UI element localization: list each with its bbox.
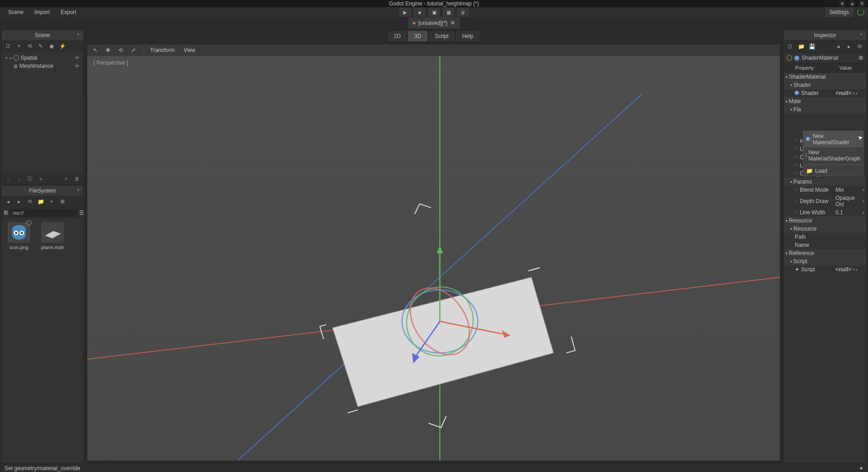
tree-root-row[interactable]: ▾ ● Spatial 👁: [4, 54, 81, 62]
instance-icon[interactable]: ⟲: [25, 42, 35, 51]
menubar: Scene Import Export ▶ ■ ▣ ▦ ψ Settings: [0, 7, 868, 17]
tab-3d[interactable]: 3D: [407, 30, 428, 42]
tree-child-row[interactable]: ⊞ MeshInstance 👁: [4, 62, 81, 70]
fs-forward-icon[interactable]: ▸: [14, 197, 24, 206]
warning-badge-icon: [26, 220, 32, 226]
node-label: Spatial: [21, 55, 38, 61]
prop-path[interactable]: Path: [784, 233, 866, 241]
reparent-icon[interactable]: ↳: [36, 175, 46, 183]
visibility-icon[interactable]: 👁: [75, 55, 80, 61]
section-flags[interactable]: ▾Fla: [784, 105, 866, 113]
replace-icon[interactable]: ✎: [36, 42, 46, 51]
transform-menu[interactable]: Transform: [146, 47, 178, 53]
visibility-icon[interactable]: 👁: [75, 63, 80, 69]
duplicate-icon[interactable]: ⿻: [25, 175, 35, 183]
minimize-icon[interactable]: ▾: [839, 0, 845, 7]
perspective-label[interactable]: [ Perspective ]: [94, 60, 128, 66]
history-back-icon[interactable]: ◂: [833, 42, 843, 51]
fs-list-icon[interactable]: ☰: [79, 210, 84, 216]
prop-depth-draw[interactable]: ⠿Depth DrawOpaque Onl▾: [784, 194, 866, 208]
move-up-icon[interactable]: ↑: [3, 175, 13, 183]
open-resource-icon[interactable]: 📁: [796, 42, 806, 51]
inspector-dock-title[interactable]: Inspector: [784, 30, 866, 40]
view-menu[interactable]: View: [180, 47, 199, 53]
fs-add-icon[interactable]: +: [47, 197, 57, 206]
file-label: icon.png: [9, 245, 28, 250]
section-material[interactable]: ▾Mate: [784, 97, 866, 105]
save-resource-icon[interactable]: 💾: [807, 42, 817, 51]
history-icon[interactable]: ⟳: [855, 42, 865, 51]
header-value: Value: [825, 64, 866, 72]
rotate-tool-icon[interactable]: ⟲: [115, 46, 126, 55]
inspector-object-name: ShaderMaterial: [802, 55, 838, 61]
debug-button[interactable]: ψ: [457, 8, 469, 17]
menu-new-material-shader[interactable]: New MaterialShader: [803, 131, 863, 147]
tab-close-icon[interactable]: ✕: [450, 19, 455, 26]
section-resource-inner[interactable]: ▾Resource: [784, 225, 866, 233]
editor-mode-tabs: 2D 3D Script Help: [85, 30, 782, 42]
groups-icon[interactable]: ⚡: [57, 42, 67, 51]
menu-scene[interactable]: Scene: [4, 7, 28, 17]
file-item[interactable]: icon.png: [5, 222, 33, 250]
fs-tree-icon[interactable]: 🖹: [3, 210, 9, 216]
object-settings-icon[interactable]: ⚙: [859, 55, 863, 61]
fs-settings-icon[interactable]: ⚙: [57, 197, 67, 206]
menu-import[interactable]: Import: [30, 7, 54, 17]
scene-dock-title[interactable]: Scene: [2, 30, 83, 40]
scale-tool-icon[interactable]: ⤢: [128, 46, 139, 55]
scene-tab[interactable]: [unsaved](*) ✕: [408, 17, 460, 28]
tab-script[interactable]: Script: [428, 30, 456, 42]
play-scene-button[interactable]: ▣: [428, 8, 440, 17]
close-window-icon[interactable]: ✕: [859, 0, 865, 7]
play-custom-button[interactable]: ▦: [443, 8, 454, 17]
fs-back-icon[interactable]: ◂: [3, 197, 13, 206]
stop-button[interactable]: ■: [414, 8, 425, 17]
section-reference[interactable]: ▾Reference: [784, 249, 866, 257]
maximize-icon[interactable]: ▴: [849, 0, 855, 7]
new-resource-icon[interactable]: 🗋: [785, 42, 795, 51]
delete-icon[interactable]: 🗑: [72, 175, 82, 183]
prop-blend-mode[interactable]: ⠿Blend ModeMix▾: [784, 186, 866, 194]
file-item[interactable]: plane.msh: [39, 222, 66, 250]
section-shader-material[interactable]: ▾ShaderMaterial: [784, 73, 866, 81]
file-label: plane.msh: [41, 245, 64, 250]
section-params[interactable]: ▾Params: [784, 178, 866, 186]
fs-path-input[interactable]: [10, 209, 77, 217]
svg-rect-5: [87, 56, 780, 460]
connect-icon[interactable]: ◉: [47, 42, 57, 51]
menu-new-material-shader-graph[interactable]: New MaterialShaderGraph: [803, 147, 863, 164]
file-thumbnail: [41, 222, 64, 243]
menu-load[interactable]: 📁Load: [803, 166, 863, 176]
prop-line-width[interactable]: ⠿Line Width0.1♦: [784, 208, 866, 217]
fs-folder-icon[interactable]: 📁: [36, 197, 46, 206]
expand-arrow-icon[interactable]: ▾: [5, 56, 8, 60]
play-button[interactable]: ▶: [399, 8, 411, 17]
section-resource[interactable]: ▾Resource: [784, 217, 866, 225]
filesystem-dock-title[interactable]: FileSystem: [2, 186, 83, 196]
script-icon: ✦: [795, 266, 799, 273]
prop-name[interactable]: Name: [784, 241, 866, 249]
spinner-icon: ✦: [859, 465, 863, 472]
multi-edit-icon[interactable]: ≡: [61, 175, 71, 183]
settings-button[interactable]: Settings: [825, 7, 854, 17]
new-node-icon[interactable]: 🗋: [3, 42, 13, 51]
menu-export[interactable]: Export: [56, 7, 81, 17]
tab-help[interactable]: Help: [455, 30, 480, 42]
fs-refresh-icon[interactable]: ⟲: [25, 197, 35, 206]
move-tool-icon[interactable]: ✥: [103, 46, 113, 55]
header-property: Property: [784, 64, 825, 72]
add-node-icon[interactable]: +: [14, 42, 24, 51]
section-shader[interactable]: ▾Shader: [784, 81, 866, 89]
tab-2d[interactable]: 2D: [387, 30, 407, 42]
prop-script[interactable]: ✦Script<null>▾▸: [784, 265, 866, 274]
prop-shader[interactable]: Shader <null>▾▸: [784, 89, 866, 97]
unsaved-dot-icon: [413, 22, 415, 24]
move-down-icon[interactable]: ↓: [14, 175, 24, 183]
history-forward-icon[interactable]: ▸: [844, 42, 854, 51]
select-tool-icon[interactable]: ↖: [90, 46, 101, 55]
window-title: Godot Engine - tutorial_heightmap (*): [389, 0, 479, 7]
3d-viewport[interactable]: [ Perspective ]: [87, 56, 780, 460]
shader-dropdown-menu: New MaterialShader New MaterialShaderGra…: [803, 131, 863, 176]
scene-tabbar: [unsaved](*) ✕: [0, 17, 868, 28]
section-script[interactable]: ▾Script: [784, 257, 866, 265]
